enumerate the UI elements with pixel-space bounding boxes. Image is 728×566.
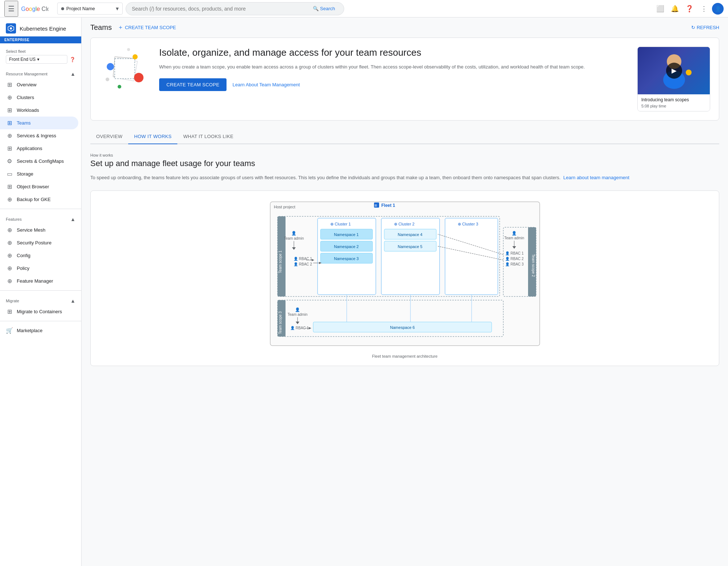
svg-text:Namespace 3: Namespace 3 (334, 256, 359, 261)
svg-text:👤 RBAC 1: 👤 RBAC 1 (294, 256, 312, 261)
nav-item-backup[interactable]: ⊕ Backup for GKE (0, 193, 78, 206)
enterprise-badge: ENTERPRISE (0, 36, 81, 43)
migrate-section-header[interactable]: Migrate ▲ (0, 294, 81, 305)
nav-item-workloads[interactable]: ⊞ Workloads (0, 104, 78, 117)
config-label: Config (17, 253, 31, 258)
fleet-select-dropdown[interactable]: Front End US ▾ (6, 55, 67, 64)
backup-label: Backup for GKE (17, 197, 51, 202)
terminal-icon-button[interactable]: ⬜ (654, 2, 667, 15)
how-it-works-subtitle: How it works (90, 153, 719, 157)
video-thumbnail[interactable]: ▶ (638, 47, 710, 94)
more-options-icon-button[interactable]: ⋮ (697, 2, 711, 15)
hero-actions: CREATE TEAM SCOPE Learn About Team Manag… (159, 78, 629, 91)
nav-item-policy[interactable]: ⊕ Policy (0, 262, 78, 275)
svg-text:Team admin: Team admin (504, 236, 524, 240)
policy-icon: ⊕ (6, 265, 13, 272)
resource-management-label: Resource Management (6, 72, 47, 76)
svg-point-7 (133, 54, 138, 59)
content-tabs: OVERVIEW HOW IT WORKS WHAT IT LOOKS LIKE (90, 129, 719, 144)
svg-point-6 (107, 63, 114, 70)
svg-rect-5 (115, 59, 135, 79)
security-posture-label: Security Posture (17, 240, 51, 245)
create-team-scope-header-link[interactable]: ＋ CREATE TEAM SCOPE (118, 24, 176, 31)
google-cloud-logo[interactable]: Google Cloud (21, 4, 48, 13)
svg-text:Team admin: Team admin (284, 236, 303, 240)
teams-icon: ⊞ (6, 119, 13, 126)
secrets-label: Secrets & ConfigMaps (17, 158, 64, 164)
nav-item-applications[interactable]: ⊞ Applications (0, 142, 78, 155)
svg-text:👤: 👤 (291, 231, 296, 236)
svg-point-10 (106, 78, 109, 81)
search-input[interactable] (132, 6, 310, 12)
storage-label: Storage (17, 171, 34, 177)
user-avatar[interactable]: 👤 (712, 3, 724, 15)
resource-management-section-header[interactable]: Resource Management ▲ (0, 67, 81, 78)
hero-title: Isolate, organize, and manage access for… (159, 47, 629, 59)
svg-text:👤 RBAC 1: 👤 RBAC 1 (505, 251, 524, 256)
nav-item-clusters[interactable]: ⊕ Clusters (0, 91, 78, 104)
hero-video[interactable]: ▶ Introducing team scopes 5:08 play time (637, 47, 710, 111)
fleet-select-row: Front End US ▾ ❓ (6, 55, 75, 64)
secrets-icon: ⚙ (6, 158, 13, 165)
nav-item-overview[interactable]: ⊞ Overview (0, 78, 78, 91)
create-team-scope-button[interactable]: CREATE TEAM SCOPE (159, 78, 227, 91)
svg-text:Namespace 4: Namespace 4 (398, 232, 422, 237)
service-mesh-icon: ⊕ (6, 227, 13, 233)
search-button[interactable]: 🔍 Search (310, 4, 338, 13)
nav-item-migrate-containers[interactable]: ⊞ Migrate to Containers (0, 305, 78, 318)
hamburger-menu[interactable]: ☰ (4, 1, 18, 17)
project-name: Project Name (66, 6, 114, 11)
project-selector[interactable]: Project Name ▾ (57, 3, 123, 15)
svg-text:👤: 👤 (512, 231, 517, 236)
main-layout: Kubernetes Engine ENTERPRISE Select flee… (0, 17, 728, 566)
svg-text:Team scope 1: Team scope 1 (278, 250, 282, 273)
fleet-value: Front End US (9, 57, 36, 62)
tab-how-it-works[interactable]: HOW IT WORKS (128, 129, 177, 144)
svg-point-2 (10, 27, 12, 30)
nav-item-service-mesh[interactable]: ⊕ Service Mesh (0, 224, 78, 236)
applications-icon: ⊞ (6, 145, 13, 152)
tab-overview[interactable]: OVERVIEW (90, 129, 128, 144)
nav-item-secrets[interactable]: ⚙ Secrets & ConfigMaps (0, 155, 78, 168)
project-dot-icon (61, 7, 64, 10)
nav-item-object-browser[interactable]: ⊞ Object Browser (0, 180, 78, 193)
nav-item-storage[interactable]: ▭ Storage (0, 168, 78, 180)
resource-management-chevron-icon: ▲ (70, 71, 75, 77)
nav-item-marketplace[interactable]: 🛒 Marketplace (0, 324, 78, 337)
video-title: Introducing team scopes (641, 97, 706, 102)
workloads-icon: ⊞ (6, 107, 13, 114)
overview-label: Overview (17, 82, 36, 87)
features-section-header[interactable]: Features ▲ (0, 212, 81, 224)
top-navigation: ☰ Google Cloud Project Name ▾ 🔍 Search ⬜… (0, 0, 728, 17)
svg-text:👤: 👤 (295, 307, 300, 312)
nav-icon-group: ⬜ 🔔 ❓ ⋮ 👤 (654, 2, 724, 15)
nav-item-services[interactable]: ⊕ Services & Ingress (0, 129, 78, 142)
hero-illustration (99, 47, 150, 99)
refresh-icon: ↻ (691, 25, 695, 30)
clusters-label: Clusters (17, 95, 34, 100)
hero-description: When you create a team scope, you enable… (159, 63, 629, 71)
tab-what-it-looks-like[interactable]: WHAT IT LOOKS LIKE (177, 129, 239, 144)
learn-team-management-link[interactable]: Learn about team management (563, 175, 629, 180)
migrate-containers-icon: ⊞ (6, 308, 13, 315)
nav-item-teams[interactable]: ⊞ Teams (0, 117, 78, 129)
nav-item-feature-manager[interactable]: ⊕ Feature Manager (0, 275, 78, 287)
svg-text:👤 RBAC 2: 👤 RBAC 2 (294, 262, 312, 267)
svg-point-8 (134, 73, 143, 82)
svg-text:Team scope 3: Team scope 3 (278, 311, 282, 334)
svg-text:⊕ Cluster 2: ⊕ Cluster 2 (394, 222, 414, 226)
nav-item-security-posture[interactable]: ⊕ Security Posture (0, 236, 78, 249)
svg-text:⊕ Cluster 1: ⊕ Cluster 1 (330, 222, 351, 226)
svg-text:⊕ Cluster 3: ⊕ Cluster 3 (458, 222, 478, 226)
svg-rect-45 (445, 218, 498, 295)
svg-point-9 (118, 85, 121, 89)
learn-about-team-management-link[interactable]: Learn About Team Management (232, 82, 300, 87)
svg-text:Fleet 1: Fleet 1 (381, 203, 395, 208)
refresh-button[interactable]: ↻ REFRESH (691, 25, 719, 30)
notifications-icon-button[interactable]: 🔔 (668, 2, 681, 15)
nav-item-config[interactable]: ⊕ Config (0, 249, 78, 262)
search-bar[interactable]: 🔍 Search (126, 2, 344, 15)
help-icon-button[interactable]: ❓ (683, 2, 696, 15)
play-button-icon[interactable]: ▶ (666, 63, 682, 79)
hero-section: Isolate, organize, and manage access for… (90, 38, 719, 121)
